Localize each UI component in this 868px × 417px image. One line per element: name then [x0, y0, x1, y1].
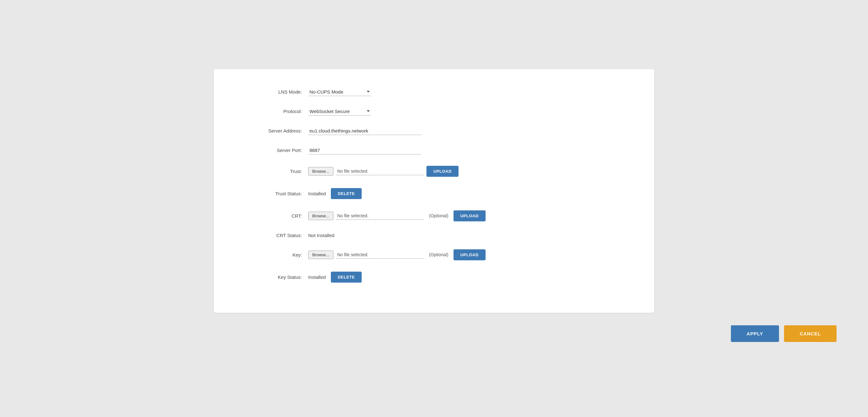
trust-delete-button[interactable]: DELETE: [331, 188, 362, 199]
key-file-name: No file selected.: [336, 251, 424, 259]
key-row: Key: Browse... No file selected. (Option…: [239, 249, 629, 260]
crt-upload-button[interactable]: UPLOAD: [454, 210, 486, 221]
server-port-label: Server Port:: [239, 148, 308, 153]
crt-file-row: Browse... No file selected. (Optional) U…: [308, 210, 486, 221]
trust-row: Trust: Browse... No file selected. UPLOA…: [239, 166, 629, 177]
trust-file-row: Browse... No file selected. UPLOAD: [308, 166, 459, 177]
protocol-row: Protocol: WebSocket Secure WebSocket: [239, 107, 629, 115]
key-label: Key:: [239, 252, 308, 257]
key-browse-button[interactable]: Browse...: [308, 251, 333, 259]
trust-status-label: Trust Status:: [239, 191, 308, 196]
crt-status-label: CRT Status:: [239, 233, 308, 238]
footer-bar: APPLY CANCEL: [12, 319, 856, 348]
crt-control: Browse... No file selected. (Optional) U…: [308, 210, 629, 221]
server-port-input[interactable]: [308, 146, 422, 154]
key-status-control: Installed DELETE: [308, 272, 629, 283]
key-status-value: Installed: [308, 274, 326, 280]
crt-row: CRT: Browse... No file selected. (Option…: [239, 210, 629, 221]
server-port-control: [308, 146, 629, 154]
crt-label: CRT:: [239, 213, 308, 218]
trust-file-name: No file selected.: [336, 167, 424, 175]
key-control: Browse... No file selected. (Optional) U…: [308, 249, 629, 260]
trust-control: Browse... No file selected. UPLOAD: [308, 166, 629, 177]
crt-status-row: CRT Status: Not Installed: [239, 233, 629, 238]
trust-upload-button[interactable]: UPLOAD: [427, 166, 459, 177]
crt-browse-button[interactable]: Browse...: [308, 212, 333, 220]
crt-status-value: Not Installed: [308, 233, 334, 238]
lns-mode-select[interactable]: No-CUPS Mode CUPS Mode: [308, 88, 371, 96]
server-address-control: [308, 127, 629, 135]
settings-card: LNS Mode: No-CUPS Mode CUPS Mode Protoco…: [214, 69, 654, 313]
cancel-button[interactable]: CANCEL: [784, 325, 837, 342]
trust-status-value: Installed: [308, 191, 326, 196]
key-upload-button[interactable]: UPLOAD: [454, 249, 486, 260]
page-wrapper: LNS Mode: No-CUPS Mode CUPS Mode Protoco…: [0, 0, 868, 417]
crt-optional-label: (Optional): [429, 213, 448, 218]
key-optional-label: (Optional): [429, 252, 448, 257]
server-address-row: Server Address:: [239, 127, 629, 135]
trust-status-control: Installed DELETE: [308, 188, 629, 199]
protocol-label: Protocol:: [239, 109, 308, 114]
lns-mode-row: LNS Mode: No-CUPS Mode CUPS Mode: [239, 88, 629, 96]
trust-status-row: Trust Status: Installed DELETE: [239, 188, 629, 199]
key-delete-button[interactable]: DELETE: [331, 272, 362, 283]
lns-mode-control: No-CUPS Mode CUPS Mode: [308, 88, 629, 96]
protocol-select[interactable]: WebSocket Secure WebSocket: [308, 107, 371, 115]
protocol-control: WebSocket Secure WebSocket: [308, 107, 629, 115]
crt-status-control: Not Installed: [308, 233, 629, 238]
server-port-row: Server Port:: [239, 146, 629, 154]
trust-label: Trust:: [239, 169, 308, 174]
key-file-row: Browse... No file selected. (Optional) U…: [308, 249, 486, 260]
key-status-row: Key Status: Installed DELETE: [239, 272, 629, 283]
server-address-label: Server Address:: [239, 128, 308, 134]
key-status-label: Key Status:: [239, 274, 308, 280]
crt-file-name: No file selected.: [336, 212, 424, 220]
apply-button[interactable]: APPLY: [731, 325, 779, 342]
lns-mode-label: LNS Mode:: [239, 89, 308, 95]
server-address-input[interactable]: [308, 127, 422, 135]
trust-browse-button[interactable]: Browse...: [308, 167, 333, 176]
